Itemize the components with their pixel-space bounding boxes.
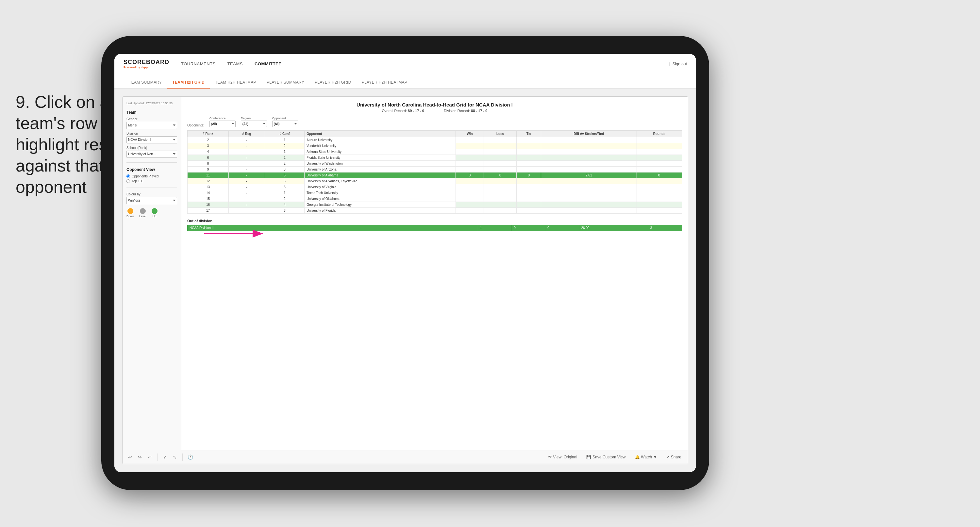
col-diff: Diff Av Strokes/Rnd — [541, 131, 636, 137]
table-row[interactable]: 16-4Georgia Institute of Technology — [188, 202, 682, 208]
sidebar-divider-1 — [126, 162, 177, 163]
table-cell: - — [229, 202, 265, 208]
table-cell — [456, 137, 484, 143]
table-row[interactable]: 6-2Florida State University — [188, 155, 682, 161]
save-custom-btn[interactable]: 💾 Save Custom View — [584, 454, 628, 461]
watch-btn[interactable]: 🔔 Watch ▼ — [632, 454, 660, 461]
colour-by-label: Colour by — [126, 193, 177, 196]
table-cell: 2 — [265, 196, 304, 202]
table-row[interactable]: 15-2University of Oklahoma — [188, 196, 682, 202]
table-cell — [484, 143, 517, 149]
table-row[interactable]: 12-6University of Arkansas, Fayetteville — [188, 178, 682, 184]
table-cell: - — [229, 208, 265, 214]
table-row[interactable]: 2-1Auburn University — [188, 137, 682, 143]
sign-out-link[interactable]: Sign out — [673, 62, 687, 66]
table-row[interactable]: 9-3University of Arizona — [188, 167, 682, 172]
table-cell: 0 — [517, 172, 541, 178]
table-cell — [541, 190, 636, 196]
legend-up: Up — [152, 208, 158, 218]
table-cell — [636, 178, 682, 184]
table-cell — [484, 149, 517, 155]
logo-powered: Powered by clippi — [124, 66, 169, 69]
table-cell — [456, 143, 484, 149]
undo-btn[interactable]: ↩ — [126, 454, 134, 461]
share-icon: ↗ — [666, 455, 670, 459]
table-row[interactable]: 13-3University of Virginia — [188, 184, 682, 190]
tableau-container: Last Updated: 27/03/2024 16:55:38 Team G… — [122, 96, 688, 464]
subnav-team-h2h-heatmap[interactable]: TEAM H2H HEATMAP — [210, 77, 261, 89]
reset-btn[interactable]: ⤢ — [161, 454, 169, 461]
ood-loss: 0 — [512, 225, 546, 231]
table-cell — [456, 202, 484, 208]
legend-dot-level — [140, 208, 146, 214]
opponent-select[interactable]: (All) — [272, 121, 298, 127]
table-row[interactable]: 11-5University of Alabama3002.618 — [188, 172, 682, 178]
clock-btn[interactable]: 🕐 — [186, 454, 194, 461]
conference-select[interactable]: (All) — [210, 121, 235, 127]
radio-group-opponent: Opponents Played Top 100 — [126, 175, 177, 183]
subnav-player-h2h-grid[interactable]: PLAYER H2H GRID — [309, 77, 356, 89]
table-row[interactable]: 14-1Texas Tech University — [188, 190, 682, 196]
table-cell: 2 — [265, 143, 304, 149]
table-row[interactable]: 8-2University of Washington — [188, 161, 682, 167]
top-nav: SCOREBOARD Powered by clippi TOURNAMENTS… — [115, 54, 696, 74]
table-cell: 1 — [265, 190, 304, 196]
table-cell — [456, 208, 484, 214]
table-cell: 8 — [188, 161, 229, 167]
table-cell: 2 — [265, 161, 304, 167]
colour-by-dropdown[interactable]: Win/loss — [126, 197, 177, 204]
ood-row[interactable]: NCAA Division II 1 0 0 26.00 3 — [188, 225, 682, 231]
viz-sidebar: Last Updated: 27/03/2024 16:55:38 Team G… — [123, 97, 181, 450]
ood-division: NCAA Division II — [188, 225, 478, 231]
table-cell: Texas Tech University — [305, 190, 456, 196]
table-row[interactable]: 3-2Vanderbilt University — [188, 143, 682, 149]
table-cell — [456, 161, 484, 167]
view-original-btn[interactable]: 👁 View: Original — [546, 454, 580, 461]
gender-dropdown[interactable]: Men's — [126, 122, 177, 129]
table-row[interactable]: 4-1Arizona State University — [188, 149, 682, 155]
table-cell: 9 — [188, 167, 229, 172]
division-label: Division — [126, 132, 177, 135]
col-tie: Tie — [517, 131, 541, 137]
subnav-player-summary[interactable]: PLAYER SUMMARY — [261, 77, 309, 89]
table-header-row: # Rank # Reg # Conf Opponent Win Loss Ti… — [188, 131, 682, 137]
nav-teams[interactable]: TEAMS — [228, 61, 243, 66]
table-cell — [456, 190, 484, 196]
legend-dot-down — [127, 208, 133, 214]
table-cell: 13 — [188, 184, 229, 190]
table-cell — [636, 196, 682, 202]
region-select[interactable]: (All) — [241, 121, 267, 127]
col-win: Win — [456, 131, 484, 137]
toolbar-sep-1 — [157, 454, 158, 461]
table-cell: Arizona State University — [305, 149, 456, 155]
school-dropdown[interactable]: University of Nort... — [126, 151, 177, 158]
subnav-team-summary[interactable]: TEAM SUMMARY — [124, 77, 167, 89]
radio-opponents-played[interactable]: Opponents Played — [126, 175, 177, 178]
subnav-player-h2h-heatmap[interactable]: PLAYER H2H HEATMAP — [356, 77, 413, 89]
sidebar-timestamp: Last Updated: 27/03/2024 16:55:38 — [126, 101, 177, 105]
subnav-team-h2h-grid[interactable]: TEAM H2H GRID — [167, 77, 210, 89]
division-dropdown[interactable]: NCAA Division I — [126, 136, 177, 143]
table-cell — [484, 196, 517, 202]
back-btn[interactable]: ↶ — [146, 454, 153, 461]
nav-committee[interactable]: COMMITTEE — [255, 61, 282, 66]
table-cell: 3 — [265, 208, 304, 214]
table-cell — [541, 167, 636, 172]
nav-tournaments[interactable]: TOURNAMENTS — [181, 61, 216, 66]
redo-btn[interactable]: ↪ — [136, 454, 143, 461]
table-cell — [541, 149, 636, 155]
table-cell: Georgia Institute of Technology — [305, 202, 456, 208]
radio-top100[interactable]: Top 100 — [126, 179, 177, 183]
table-cell — [517, 178, 541, 184]
share-btn[interactable]: ↗ Share — [664, 454, 684, 461]
table-cell: University of Arkansas, Fayetteville — [305, 178, 456, 184]
table-row[interactable]: 17-3University of Florida — [188, 208, 682, 214]
viz-title: University of North Carolina Head-to-Hea… — [187, 102, 682, 107]
table-cell — [517, 167, 541, 172]
table-cell — [517, 137, 541, 143]
conference-filter: Conference (All) — [210, 117, 235, 127]
expand-btn[interactable]: ⤡ — [171, 454, 178, 461]
table-cell: Auburn University — [305, 137, 456, 143]
step-number: 9. — [16, 92, 30, 111]
sidebar-divider-2 — [126, 188, 177, 188]
